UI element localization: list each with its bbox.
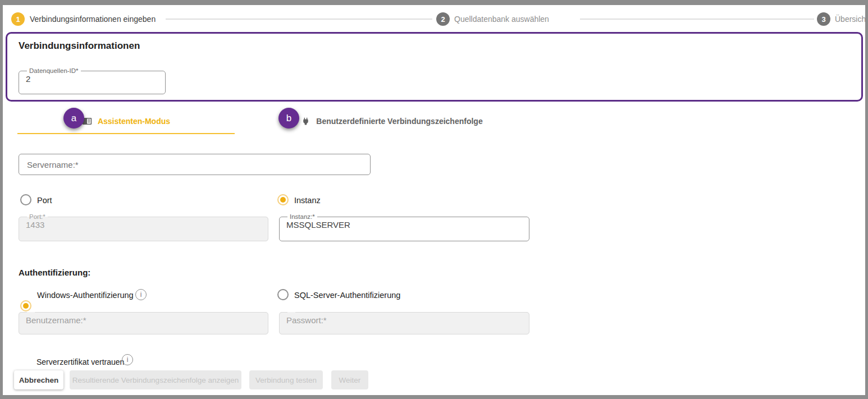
- benutzername-field: [19, 309, 268, 334]
- tab-assistant-mode-label: Assistenten-Modus: [98, 117, 170, 126]
- windows-auth-info-icon[interactable]: i: [135, 289, 147, 300]
- annotation-badge-a: a: [63, 108, 84, 129]
- instanz-input[interactable]: [286, 220, 522, 230]
- step-1-badge[interactable]: 1: [11, 12, 25, 26]
- trust-server-cert-info-icon[interactable]: i: [122, 354, 133, 365]
- passwort-field-notch: [287, 309, 295, 315]
- wizard-page: 1 Verbindungsinformationen eingeben 2 Qu…: [3, 5, 865, 395]
- sql-auth-radio-label[interactable]: SQL-Server-Authentifizierung: [294, 290, 400, 301]
- show-connection-string-button: Resultierende Verbindungszeichenfolge an…: [70, 370, 241, 389]
- step-2-label: Quelldatenbank auswählen: [454, 12, 549, 26]
- step-1-label: Verbindungsinformationen eingeben: [30, 12, 156, 26]
- connection-card-title: Verbindungsinformationen: [19, 40, 140, 52]
- trust-server-cert-label[interactable]: Serverzertifikat vertrauen: [36, 356, 124, 368]
- window-frame: 1 Verbindungsinformationen eingeben 2 Qu…: [0, 0, 868, 399]
- auth-section-heading: Authentifizierung:: [19, 268, 90, 277]
- annotation-badge-b: b: [278, 108, 299, 129]
- instanz-field-label: Instanz:*: [287, 213, 317, 220]
- connection-info-card: Verbindungsinformationen Datenquellen-ID…: [6, 32, 863, 102]
- step-2-badge[interactable]: 2: [436, 12, 450, 26]
- step-3-label: Übersicht: [835, 12, 865, 26]
- port-field-label: Port:*: [27, 213, 48, 220]
- passwort-input: [286, 315, 522, 325]
- passwort-field: [279, 309, 529, 334]
- active-tab-indicator: [17, 133, 235, 134]
- stepper-connector-1: [166, 19, 432, 20]
- instanz-radio-label[interactable]: Instanz: [294, 195, 321, 206]
- sql-auth-radio[interactable]: [277, 289, 289, 300]
- stepper-connector-2: [580, 19, 814, 20]
- tab-assistant-mode[interactable]: Assistenten-Modus: [17, 109, 235, 133]
- next-button: Weiter: [331, 370, 368, 389]
- servername-input[interactable]: [19, 154, 371, 175]
- cancel-button[interactable]: Abbrechen: [14, 370, 63, 389]
- benutzername-field-notch: [27, 309, 35, 315]
- port-input: [26, 220, 261, 230]
- datasource-id-input[interactable]: [26, 74, 158, 84]
- datasource-id-label: Datenquellen-ID*: [27, 67, 81, 74]
- datasource-id-field[interactable]: Datenquellen-ID*: [19, 67, 166, 94]
- port-field: Port:*: [19, 213, 268, 241]
- port-radio-label[interactable]: Port: [37, 195, 52, 206]
- instanz-field[interactable]: Instanz:*: [279, 213, 529, 241]
- benutzername-input: [26, 315, 261, 325]
- windows-auth-radio-label[interactable]: Windows-Authentifizierung: [37, 290, 134, 301]
- port-radio[interactable]: [20, 194, 31, 205]
- test-connection-button: Verbindung testen: [249, 370, 323, 389]
- step-3-badge[interactable]: 3: [817, 12, 830, 26]
- instanz-radio[interactable]: [277, 194, 289, 205]
- plug-icon: [301, 116, 310, 127]
- tab-custom-connection-string-label: Benutzerdefinierte Verbindungszeichenfol…: [316, 117, 482, 126]
